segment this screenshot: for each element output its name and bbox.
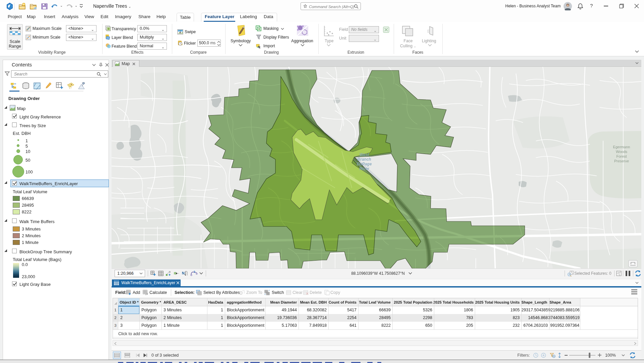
svg-text:Preserve: Preserve (614, 159, 629, 163)
svg-text:West: West (360, 152, 369, 157)
svg-text:Egermann: Egermann (613, 145, 630, 149)
svg-text:Branch: Branch (357, 157, 371, 162)
svg-text:DuPage: DuPage (357, 162, 372, 166)
svg-text:Forest: Forest (616, 154, 627, 158)
svg-text:Woods: Woods (616, 150, 628, 154)
svg-text:N: N (182, 271, 185, 275)
svg-text:River: River (359, 166, 370, 171)
